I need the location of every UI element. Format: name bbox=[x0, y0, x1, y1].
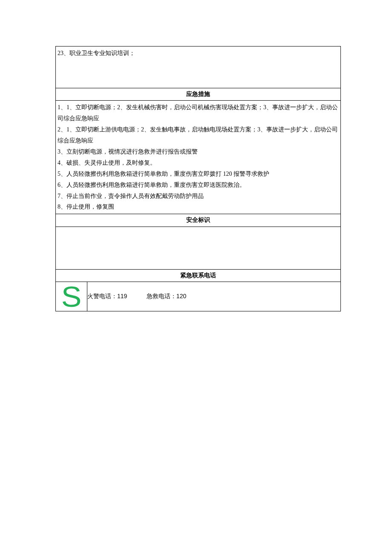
top-cell: 23、职业卫生专业知识培训； bbox=[56, 46, 341, 88]
measure-item: 5、人员轻微擦伤利用急救箱进行简单救助，重度伤害立即拨打 120 报警寻求救护 bbox=[58, 169, 339, 180]
measure-item: 1、1、立即切断电源；2、发生机械伤害时，启动公司机械伤害现场处置方案；3、事故… bbox=[58, 102, 339, 124]
measure-item: 2、1、立即切断上游供电电源；2、发生触电事故，启动触电现场处置方案；3、事故进… bbox=[58, 124, 339, 146]
emergency-measures-content: 1、1、立即切断电源；2、发生机械伤害时，启动公司机械伤害现场处置方案；3、事故… bbox=[56, 101, 340, 214]
emergency-measures-cell: 1、1、立即切断电源；2、发生机械伤害时，启动公司机械伤害现场处置方案；3、事故… bbox=[56, 101, 341, 214]
measure-item: 6、人员轻微擦伤利用急救箱进行简单救助，重度伤害立即送医院救治。 bbox=[58, 180, 339, 191]
safety-sign-content bbox=[56, 227, 340, 230]
top-item-text: 23、职业卫生专业知识培训； bbox=[56, 46, 340, 60]
fire-phone-label: 火警电话： bbox=[87, 293, 117, 299]
emergency-measures-header-cell: 应急措施 bbox=[56, 88, 341, 101]
ambulance-phone-label: 急救电话： bbox=[147, 293, 176, 299]
measure-item: 4、破损、失灵停止使用，及时修复。 bbox=[58, 157, 339, 169]
safety-sign-header-cell: 安全标识 bbox=[56, 214, 341, 227]
measure-item: 7、停止当前作业，责令操作人员有效配戴劳动防护用品 bbox=[58, 191, 339, 202]
safety-sign-cell bbox=[56, 227, 341, 269]
s-letter-icon: S bbox=[61, 282, 82, 311]
emergency-contact-header: 紧急联系电话 bbox=[56, 270, 340, 282]
emergency-contact-header-cell: 紧急联系电话 bbox=[56, 269, 341, 282]
ambulance-phone-group: 急救电话：120 bbox=[147, 293, 186, 300]
safety-sign-header: 安全标识 bbox=[56, 214, 340, 226]
fire-phone-number: 119 bbox=[117, 293, 127, 299]
s-icon-cell: S bbox=[56, 282, 87, 311]
emergency-measures-header: 应急措施 bbox=[56, 88, 340, 100]
document-table: 23、职业卫生专业知识培训； 应急措施 1、1、立即切断电源；2、发生机械伤害时… bbox=[55, 46, 341, 311]
fire-phone-group: 火警电话：119 bbox=[87, 293, 127, 300]
measure-item: 3、立刻切断电源，视情况进行急救并进行报告或报警 bbox=[58, 146, 339, 157]
measure-item: 8、停止使用，修复围 bbox=[58, 201, 339, 212]
ambulance-phone-number: 120 bbox=[176, 293, 186, 299]
phone-cell: 火警电话：119 急救电话：120 bbox=[87, 282, 341, 311]
